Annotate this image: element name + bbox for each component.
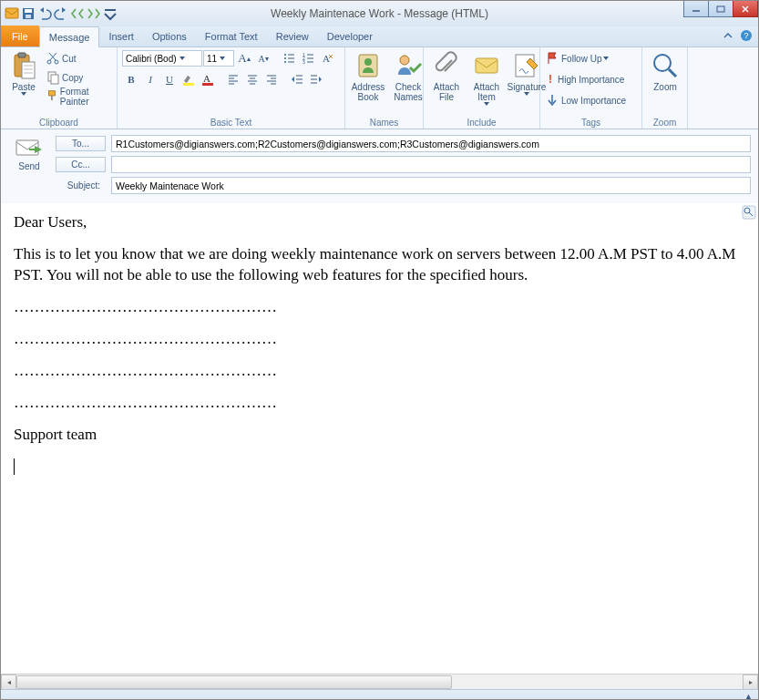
help-icon[interactable]: ?	[740, 29, 753, 42]
close-button[interactable]	[733, 1, 758, 17]
text-cursor	[14, 458, 15, 475]
attach-item-button[interactable]: Attach Item	[468, 49, 505, 108]
svg-point-55	[364, 58, 372, 66]
tab-message[interactable]: Message	[39, 26, 100, 47]
message-header-fields: Send To... Cc... Subject:	[1, 129, 758, 203]
to-button[interactable]: To...	[56, 136, 106, 151]
svg-point-59	[654, 55, 671, 71]
cc-button[interactable]: Cc...	[56, 157, 106, 172]
prev-item-icon[interactable]	[70, 6, 85, 21]
font-name-select[interactable]: Calibri (Bod)	[122, 50, 202, 67]
scroll-track[interactable]	[16, 674, 743, 689]
svg-text:3: 3	[303, 59, 305, 65]
svg-text:?: ?	[744, 31, 748, 40]
high-importance-button[interactable]: !High Importance	[545, 70, 626, 88]
svg-rect-18	[48, 91, 55, 96]
magnifier-icon	[651, 51, 680, 80]
chevron-down-icon	[484, 102, 489, 106]
align-left-button[interactable]	[224, 70, 242, 88]
svg-text:A: A	[203, 73, 210, 84]
check-names-icon	[394, 51, 423, 80]
copy-button[interactable]: Copy	[46, 68, 112, 87]
paste-icon	[9, 51, 38, 80]
follow-up-button[interactable]: Follow Up	[545, 49, 626, 67]
check-names-button[interactable]: Check Names	[390, 49, 426, 104]
body-placeholder-line: ……………………………………………	[14, 393, 745, 414]
low-importance-button[interactable]: Low Importance	[545, 91, 626, 109]
cut-button[interactable]: Cut	[46, 49, 112, 67]
tab-insert[interactable]: Insert	[99, 26, 143, 46]
cc-field[interactable]	[111, 156, 751, 173]
chevron-down-icon	[220, 57, 225, 60]
paperclip-icon	[432, 51, 461, 80]
svg-point-20	[284, 54, 286, 56]
signature-icon	[512, 51, 541, 80]
qat-customize-icon[interactable]	[103, 6, 118, 21]
shrink-font-button[interactable]: A▾	[254, 49, 272, 67]
font-color-button[interactable]: A	[199, 70, 217, 88]
svg-point-14	[47, 60, 51, 64]
svg-point-22	[284, 57, 286, 59]
minimize-button[interactable]	[683, 1, 709, 17]
file-tab[interactable]: File	[1, 26, 39, 46]
grow-font-button[interactable]: A▴	[235, 49, 253, 67]
to-field[interactable]	[111, 135, 751, 152]
italic-button[interactable]: I	[141, 70, 159, 88]
zoom-button[interactable]: Zoom	[647, 49, 683, 94]
scroll-right-button[interactable]: ▸	[743, 674, 758, 690]
attach-item-icon	[472, 51, 501, 80]
status-bar: ▲	[1, 689, 758, 700]
svg-rect-17	[51, 75, 58, 84]
group-names: Address Book Check Names Names	[345, 47, 424, 129]
signature-button[interactable]: Signature	[508, 49, 545, 98]
zoom-slider-icon[interactable]	[742, 205, 756, 220]
copy-icon	[46, 70, 60, 85]
undo-icon[interactable]	[37, 6, 52, 21]
ribbon: Paste Cut Copy Format Painter Clipboard …	[1, 47, 758, 129]
clear-formatting-icon[interactable]: A	[318, 49, 336, 67]
decrease-indent-button[interactable]	[288, 70, 306, 88]
tab-options[interactable]: Options	[143, 26, 196, 46]
redo-icon[interactable]	[54, 6, 68, 21]
expand-chevron-icon[interactable]: ▲	[744, 692, 753, 700]
align-right-button[interactable]	[262, 70, 281, 88]
chevron-down-icon	[603, 57, 609, 60]
paste-button[interactable]: Paste	[5, 49, 42, 98]
increase-indent-button[interactable]	[307, 70, 325, 88]
minimize-ribbon-icon[interactable]	[722, 29, 734, 42]
svg-line-60	[669, 69, 676, 77]
address-book-button[interactable]: Address Book	[350, 49, 386, 104]
address-book-icon	[354, 51, 383, 80]
svg-point-56	[400, 56, 409, 65]
subject-label: Subject:	[56, 180, 106, 190]
message-body[interactable]: Dear Users, This is to let you know that…	[1, 203, 758, 674]
send-button[interactable]: Send	[8, 135, 50, 171]
horizontal-scrollbar[interactable]: ◂ ▸	[1, 674, 758, 689]
maximize-button[interactable]	[708, 1, 733, 17]
attach-file-button[interactable]: Attach File	[428, 49, 465, 104]
underline-button[interactable]: U	[160, 70, 179, 88]
numbering-button[interactable]: 123	[299, 49, 317, 67]
tab-review[interactable]: Review	[267, 26, 318, 46]
body-placeholder-line: ……………………………………………	[14, 329, 745, 350]
font-size-select[interactable]: 11	[203, 50, 234, 67]
highlight-button[interactable]	[179, 70, 198, 88]
svg-rect-33	[183, 83, 194, 86]
scroll-thumb[interactable]	[16, 675, 452, 689]
chevron-down-icon	[21, 92, 26, 96]
scissors-icon	[46, 51, 60, 66]
align-center-button[interactable]	[243, 70, 262, 88]
bold-button[interactable]: B	[122, 70, 140, 88]
group-zoom: Zoom Zoom	[642, 47, 688, 129]
bullets-button[interactable]	[280, 49, 298, 67]
body-paragraph: This is to let you know that we are doin…	[14, 244, 745, 286]
next-item-icon[interactable]	[87, 6, 101, 21]
window-controls	[684, 1, 758, 17]
save-icon[interactable]	[21, 6, 36, 21]
quick-access-toolbar	[1, 6, 118, 21]
scroll-left-button[interactable]: ◂	[1, 674, 16, 690]
format-painter-button[interactable]: Format Painter	[46, 88, 112, 106]
subject-field[interactable]	[111, 177, 751, 194]
tab-format-text[interactable]: Format Text	[196, 26, 267, 46]
tab-developer[interactable]: Developer	[318, 26, 382, 46]
